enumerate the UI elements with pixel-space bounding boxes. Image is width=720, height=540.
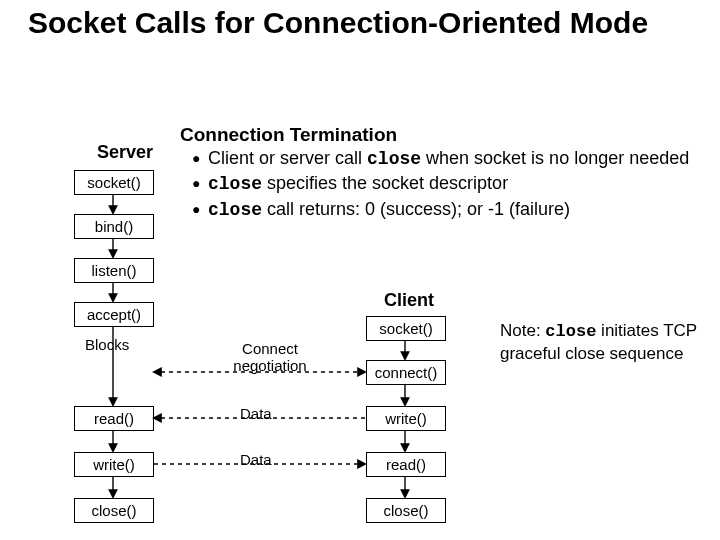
- flow-arrows: [0, 0, 720, 540]
